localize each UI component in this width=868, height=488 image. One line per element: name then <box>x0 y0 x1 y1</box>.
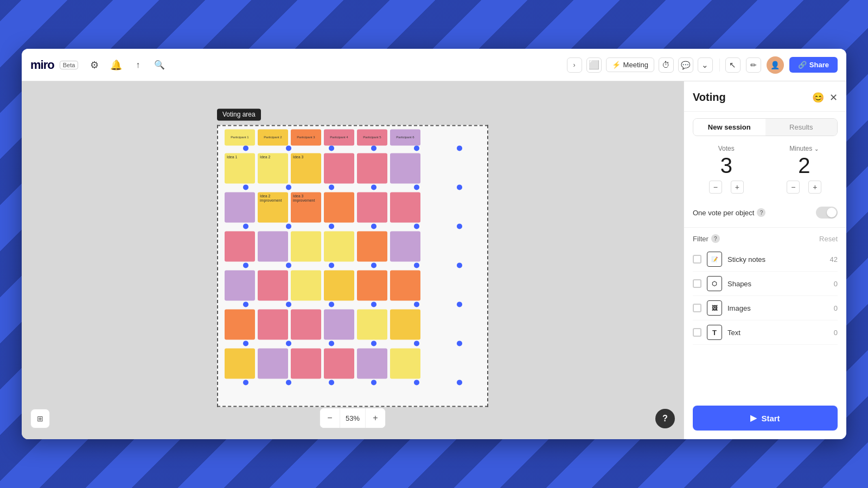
minutes-chevron-icon[interactable]: ⌄ <box>814 146 819 152</box>
corner-bl <box>217 402 221 407</box>
sticky-note <box>390 192 420 222</box>
filter-label: Filter ? <box>693 234 720 243</box>
tab-new-session[interactable]: New session <box>693 119 765 136</box>
dots-row-2 <box>218 223 487 229</box>
sidebar-toggle-button[interactable]: ⊞ <box>30 409 50 428</box>
participant-4: Participant 4 <box>324 129 354 145</box>
dot <box>243 145 248 151</box>
dot <box>243 380 248 385</box>
search-icon[interactable]: 🔍 <box>153 59 166 72</box>
dot <box>414 380 419 385</box>
minutes-minus-button[interactable]: − <box>787 181 800 194</box>
votes-label: Votes <box>693 145 760 152</box>
header-divider <box>719 59 720 72</box>
dot <box>414 223 419 229</box>
share-button[interactable]: 🔗 Share <box>789 57 838 73</box>
minutes-label: Minutes ⌄ <box>771 145 838 152</box>
timer-icon[interactable]: ⏱ <box>659 57 674 73</box>
tab-results[interactable]: Results <box>765 119 838 136</box>
votes-plus-button[interactable]: + <box>731 181 744 194</box>
corner-tl <box>217 125 221 129</box>
dot <box>457 223 462 229</box>
votes-minus-button[interactable]: − <box>709 181 722 194</box>
one-vote-toggle[interactable] <box>816 207 838 219</box>
text-icon: T <box>707 325 722 340</box>
minutes-section: Minutes ⌄ 2 − + <box>771 145 838 194</box>
sticky-note <box>357 231 387 261</box>
upload-icon[interactable]: ↑ <box>131 59 144 72</box>
images-checkbox[interactable] <box>693 304 701 312</box>
sticky-note <box>225 348 255 378</box>
comment-icon[interactable]: 💬 <box>678 57 693 73</box>
reset-button[interactable]: Reset <box>819 235 838 243</box>
dot <box>329 145 334 151</box>
dot <box>286 262 291 268</box>
dot <box>329 380 334 385</box>
avatar[interactable]: 👤 <box>767 56 784 74</box>
filter-header: Filter ? Reset <box>693 228 838 247</box>
emoji-icon[interactable]: 😊 <box>812 92 824 104</box>
filter-item-shapes: ⬡ Shapes 0 <box>693 272 838 296</box>
shapes-checkbox[interactable] <box>693 279 701 288</box>
nav-back-button[interactable]: › <box>567 57 582 73</box>
voting-area-label: Voting area <box>217 108 261 120</box>
dot <box>371 223 376 229</box>
help-button[interactable]: ? <box>655 409 675 428</box>
sticky-note <box>390 270 420 300</box>
sticky-note <box>357 348 387 378</box>
header: miro Beta ⚙ 🔔 ↑ 🔍 › ⬜ ⚡ Meeting ⏱ 💬 ⌄ ↖ … <box>22 49 846 81</box>
start-button[interactable]: ▶ Start <box>693 406 838 431</box>
header-icons: ⚙ 🔔 ↑ 🔍 <box>88 59 166 72</box>
share-label: Share <box>809 61 829 69</box>
pen-tool-icon[interactable]: ✏ <box>746 57 761 73</box>
dot <box>457 145 462 151</box>
dot <box>371 301 376 307</box>
sticky-note <box>390 309 420 339</box>
sticky-row-6 <box>218 346 487 381</box>
dot <box>414 184 419 190</box>
zoom-in-button[interactable]: + <box>366 408 385 428</box>
voting-header-icons: 😊 ✕ <box>812 92 838 104</box>
dot <box>243 184 248 190</box>
sticky-note <box>258 309 288 339</box>
sticky-note <box>390 231 420 261</box>
sticky-note <box>324 348 354 378</box>
one-vote-help-icon[interactable]: ? <box>757 208 765 217</box>
sticky-note <box>357 270 387 300</box>
sticky-note: Idea 2 improvement <box>258 192 288 222</box>
sticky-notes-icon: 📝 <box>707 252 722 267</box>
close-icon[interactable]: ✕ <box>829 92 838 104</box>
gear-icon[interactable]: ⚙ <box>88 59 101 72</box>
main-content: Voting area Participant 1 Participant 2 … <box>22 81 846 439</box>
sticky-row-4 <box>218 268 487 303</box>
sticky-note <box>357 309 387 339</box>
filter-help-icon[interactable]: ? <box>711 234 720 243</box>
more-options-icon[interactable]: ⌄ <box>698 57 713 73</box>
dot <box>243 301 248 307</box>
sticky-note <box>390 153 420 183</box>
meeting-button[interactable]: ⚡ Meeting <box>606 57 654 72</box>
frame-tool-icon[interactable]: ⬜ <box>586 57 602 73</box>
text-checkbox[interactable] <box>693 328 701 337</box>
dot <box>414 301 419 307</box>
app-window: miro Beta ⚙ 🔔 ↑ 🔍 › ⬜ ⚡ Meeting ⏱ 💬 ⌄ ↖ … <box>22 49 846 439</box>
text-count: 0 <box>834 329 838 337</box>
sticky-row-5 <box>218 307 487 342</box>
sticky-notes-checkbox[interactable] <box>693 255 701 264</box>
minutes-value: 2 <box>771 155 838 176</box>
sticky-note <box>258 231 288 261</box>
minutes-plus-button[interactable]: + <box>808 181 821 194</box>
corner-br <box>484 402 488 407</box>
dot <box>457 262 462 268</box>
sticky-note <box>258 348 288 378</box>
sticky-row-2: Idea 2 improvement Idea 3 improvement <box>218 190 487 224</box>
sticky-note <box>225 192 255 222</box>
filter-section: Filter ? Reset 📝 Sticky notes 42 ⬡ Shape… <box>684 227 846 397</box>
dot <box>286 341 291 346</box>
filter-item-text: T Text 0 <box>693 320 838 345</box>
sticky-note <box>324 153 354 183</box>
cursor-tool-icon[interactable]: ↖ <box>725 57 741 73</box>
images-icon: 🖼 <box>707 300 722 316</box>
zoom-out-button[interactable]: − <box>320 408 340 428</box>
bell-icon[interactable]: 🔔 <box>110 59 123 72</box>
